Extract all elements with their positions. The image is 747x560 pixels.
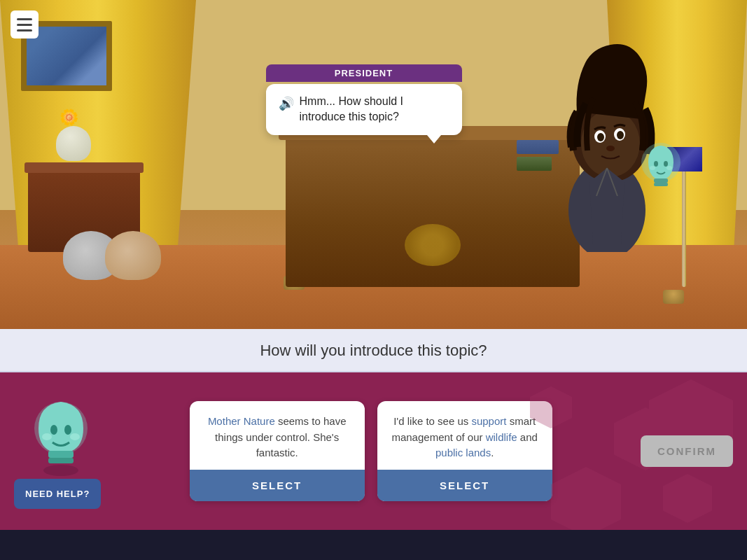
menu-button[interactable] bbox=[11, 10, 39, 38]
presidential-desk bbox=[286, 133, 580, 287]
svg-point-21 bbox=[64, 425, 71, 435]
speaker-label: PRESIDENT bbox=[266, 64, 462, 82]
mascot-hint-scene bbox=[638, 140, 684, 196]
choice-text-2: I'd like to see us support smart managem… bbox=[389, 414, 541, 461]
svg-point-15 bbox=[666, 166, 672, 170]
svg-point-8 bbox=[606, 146, 615, 151]
speech-text: 🔊 Hmm... How should I introduce this top… bbox=[279, 94, 449, 125]
menu-bar-2 bbox=[17, 24, 32, 26]
select-button-2[interactable]: SELECT bbox=[377, 470, 552, 501]
svg-rect-19 bbox=[48, 458, 74, 463]
menu-bar-3 bbox=[17, 29, 32, 31]
hex-3 bbox=[663, 474, 712, 523]
choice-1-link-nature[interactable]: Mother Nature bbox=[208, 415, 275, 427]
svg-point-12 bbox=[654, 161, 658, 167]
svg-point-22 bbox=[42, 433, 52, 440]
mascot-hint-choices bbox=[26, 393, 96, 470]
svg-point-6 bbox=[597, 133, 604, 141]
choice-2-link-wildlife[interactable]: wildlife bbox=[486, 431, 517, 443]
audience-head-2 bbox=[105, 231, 161, 280]
choice-card-2: I'd like to see us support smart managem… bbox=[377, 401, 552, 501]
flag-pole-base-right bbox=[663, 290, 684, 304]
choice-2-link-support[interactable]: support bbox=[471, 415, 506, 427]
choice-card-1: Mother Nature seems to have things under… bbox=[190, 401, 365, 501]
svg-rect-11 bbox=[654, 183, 668, 186]
svg-point-7 bbox=[617, 131, 624, 139]
svg-point-20 bbox=[50, 425, 57, 435]
speech-bubble: PRESIDENT 🔊 Hmm... How should I introduc… bbox=[266, 84, 462, 135]
desk-emblem bbox=[405, 224, 461, 266]
side-table-top bbox=[25, 162, 144, 173]
svg-rect-18 bbox=[48, 451, 74, 458]
menu-bar-1 bbox=[17, 18, 32, 20]
mascot-scene-svg bbox=[638, 140, 684, 196]
question-panel: How will you introduce this topic? bbox=[0, 329, 747, 372]
svg-rect-10 bbox=[654, 178, 668, 183]
confirm-button[interactable]: CONFIRM bbox=[641, 435, 733, 467]
vase bbox=[56, 126, 91, 161]
choice-2-link-public-lands[interactable]: public lands bbox=[435, 447, 491, 458]
svg-point-14 bbox=[650, 166, 655, 170]
need-help-button[interactable]: NEED HELP? bbox=[14, 479, 101, 509]
speech-content: Hmm... How should I introduce this topic… bbox=[300, 94, 449, 125]
choices-container: Mother Nature seems to have things under… bbox=[115, 401, 627, 501]
flowers-icon: 🌼 bbox=[60, 108, 78, 127]
question-text: How will you introduce this topic? bbox=[14, 342, 733, 360]
sound-icon[interactable]: 🔊 bbox=[279, 95, 294, 113]
help-section: NEED HELP? bbox=[14, 393, 101, 509]
confirm-section: CONFIRM bbox=[641, 435, 733, 467]
svg-point-13 bbox=[664, 161, 668, 167]
mascot-choices-svg bbox=[26, 393, 96, 477]
audience bbox=[70, 231, 161, 280]
select-button-1[interactable]: SELECT bbox=[190, 470, 365, 501]
game-scene: 🌼 bbox=[0, 0, 747, 329]
choice-text-1: Mother Nature seems to have things under… bbox=[201, 414, 354, 461]
svg-point-16 bbox=[43, 465, 78, 476]
choices-panel: NEED HELP? Mother Nature seems to have t… bbox=[0, 372, 747, 530]
svg-point-23 bbox=[70, 433, 80, 440]
